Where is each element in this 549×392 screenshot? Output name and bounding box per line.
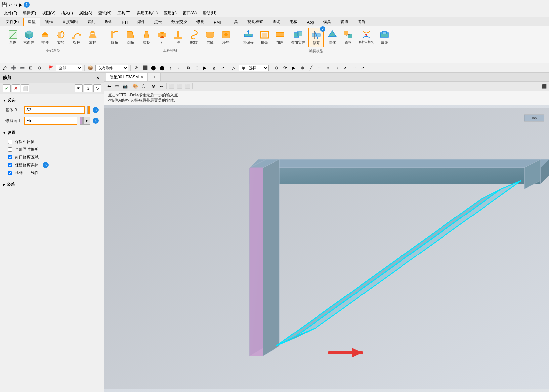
ct-a1[interactable]: ⊙ (150, 83, 157, 90)
ct-b1[interactable]: ⬛ (540, 83, 548, 90)
ct-a5[interactable]: ⬜ (184, 83, 191, 90)
toolbar-b6[interactable]: ╌ (316, 64, 323, 72)
more-button[interactable]: ▷ (93, 84, 101, 92)
tab-pointcloud[interactable]: 点云 (150, 18, 166, 26)
panel-minimize[interactable]: _ (86, 74, 93, 81)
btn-trim[interactable]: 修剪 2 (308, 28, 324, 47)
toolbar-b9[interactable]: ∧ (342, 64, 349, 72)
keep-opposite-checkbox[interactable] (8, 140, 12, 144)
toolbar-add[interactable]: ➕ (10, 64, 17, 72)
menu-edit[interactable]: 编辑(E) (20, 10, 39, 17)
trim-all-checkbox[interactable] (8, 147, 12, 152)
menu-help[interactable]: 帮助(H) (200, 10, 219, 17)
toolbar-b8[interactable]: ○ (333, 64, 340, 72)
view-cube[interactable]: Top (524, 115, 544, 121)
ct-view[interactable]: 👁 (113, 83, 121, 90)
tab-electrode[interactable]: 电极 (285, 18, 302, 26)
cancel-button[interactable]: ✗ (12, 84, 20, 92)
tab-model[interactable]: 造型 (23, 18, 40, 26)
toolbar-grid[interactable]: ⊞ (27, 64, 34, 72)
tab-mold[interactable]: 模具 (319, 18, 335, 26)
tab-query[interactable]: 查询 (268, 18, 285, 26)
ct-cube[interactable]: ⬡ (140, 83, 147, 90)
btn-loft[interactable]: 放样 (85, 28, 100, 47)
trim-dropdown-btn[interactable]: ▼ (83, 117, 90, 125)
keep-solid-checkbox[interactable] (8, 163, 12, 167)
btn-chamfer[interactable]: 倒角 (123, 28, 138, 47)
info-button[interactable]: ℹ (84, 84, 92, 92)
ct-render[interactable]: 🎨 (132, 83, 139, 90)
btn-hem[interactable]: 层缘 (202, 28, 218, 47)
toolbar-component[interactable]: 📦 (87, 64, 94, 72)
toolbar-a2[interactable]: ⬛ (141, 64, 148, 72)
toolbar-b10[interactable]: ∼ (350, 64, 358, 72)
canvas-tab-close[interactable]: ✕ (141, 75, 143, 79)
toolbar-dropdown-select[interactable]: 单一选择 (239, 65, 269, 71)
tab-pipe[interactable]: 管道 (336, 18, 353, 26)
btn-sketch[interactable]: 草图 (5, 28, 21, 47)
canvas-content[interactable]: Top (104, 105, 549, 392)
btn-sixface[interactable]: 六面体 (21, 28, 37, 47)
toolbar-a11[interactable]: ↗ (219, 64, 226, 72)
menu-window[interactable]: 窗口(W) (180, 10, 199, 17)
save-icon[interactable]: 💾 (1, 2, 7, 7)
toolbar-a8[interactable]: ⬚ (193, 64, 200, 72)
toolbar-b2[interactable]: ⟳ (281, 64, 289, 72)
tab-pmi[interactable]: PMI (209, 19, 225, 26)
required-section-header[interactable]: ▼ 必选 (3, 97, 101, 105)
toolbar-a3[interactable]: ⬤ (150, 64, 157, 72)
btn-revolve[interactable]: 旋转 (53, 28, 68, 47)
toolbar-b4[interactable]: ⊛ (299, 64, 306, 72)
btn-draft[interactable]: 拔模 (139, 28, 154, 47)
toolbar-b7[interactable]: ○ (324, 64, 332, 72)
settings-section-header[interactable]: ▼ 设置 (3, 129, 101, 137)
toolbar-flag[interactable]: 🚩 (47, 64, 55, 72)
undo-icon[interactable]: ↩ (8, 2, 12, 7)
tab-wireframe[interactable]: 线框 (41, 18, 57, 26)
tab-weld[interactable]: 焊件 (133, 18, 149, 26)
toolbar-minus[interactable]: ➖ (19, 64, 26, 72)
toolbar-a7[interactable]: ⧉ (184, 64, 191, 72)
toolbar-b1[interactable]: ⊙ (273, 64, 280, 72)
tab-file[interactable]: 文件(F) (1, 18, 23, 26)
tab-tube[interactable]: 管筒 (353, 18, 370, 26)
menu-query[interactable]: 查询(N) (96, 10, 114, 17)
ct-back[interactable]: ⬅ (106, 83, 113, 90)
menu-view[interactable]: 视图(V) (39, 10, 58, 17)
btn-replace[interactable]: 置换 (341, 28, 356, 47)
btn-add-solid[interactable]: 添加实体 (288, 28, 308, 47)
toolbar-circle[interactable]: ⊙ (36, 64, 43, 72)
btn-shell[interactable]: 抽壳 (257, 28, 272, 47)
btn-face-offset[interactable]: 面偏移 (240, 28, 256, 47)
menu-app[interactable]: 应用(p) (161, 10, 179, 17)
ct-a2[interactable]: ↔ (158, 83, 165, 90)
toolbar-new[interactable]: 🖊 (1, 64, 9, 72)
toolbar-b3[interactable]: ▶ (290, 64, 297, 72)
btn-rib[interactable]: 筋 (171, 28, 186, 47)
toolbar-b5[interactable]: ╱ (307, 64, 315, 72)
confirm-button[interactable]: ✓ (3, 84, 11, 92)
tab-style[interactable]: 视觉样式 (243, 18, 268, 26)
menu-attr[interactable]: 属性(A) (76, 10, 95, 17)
toolbar-dropdown-parts[interactable]: 仅有零件 (95, 65, 128, 71)
redo-icon[interactable]: ↪ (14, 2, 18, 7)
tab-tools[interactable]: 工具 (226, 18, 242, 26)
btn-blank[interactable]: 坯料 (218, 28, 233, 47)
btn-simplify[interactable]: 简化 (325, 28, 340, 47)
base-color-btn[interactable] (87, 106, 90, 114)
toolbar-dropdown-all[interactable]: 全部 (56, 65, 82, 71)
tab-app[interactable]: App (303, 19, 318, 26)
canvas-tab-add[interactable]: ＋ (148, 73, 161, 81)
eye-button[interactable]: 👁 (75, 84, 83, 92)
preview-button[interactable]: ⬜ (21, 84, 29, 92)
ct-a4[interactable]: ⬜ (176, 83, 183, 90)
toolbar-a6[interactable]: ↔ (176, 64, 183, 72)
panel-close[interactable]: ✕ (94, 74, 101, 81)
btn-sweep[interactable]: 扫掠 (69, 28, 84, 47)
btn-fillet[interactable]: 圆角 (107, 28, 122, 47)
toolbar-cursor[interactable]: ▷ (230, 64, 237, 72)
toolbar-a1[interactable]: ⟳ (133, 64, 140, 72)
trim-color-btn1[interactable] (80, 117, 83, 125)
base-input[interactable] (24, 106, 85, 114)
tab-fti[interactable]: FTI (117, 19, 132, 26)
